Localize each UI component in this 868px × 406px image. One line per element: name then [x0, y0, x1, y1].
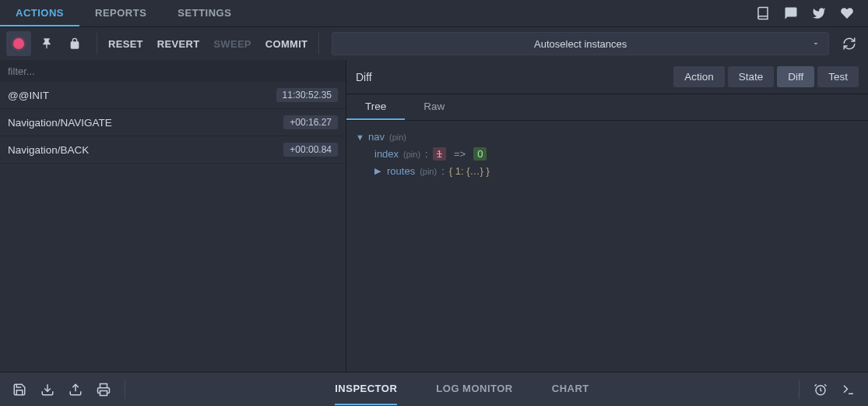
top-nav: ACTIONS REPORTS SETTINGS [0, 0, 868, 27]
bottom-left [0, 380, 138, 399]
record-dot-icon [13, 38, 24, 49]
instance-selector[interactable]: Autoselect instances [332, 32, 829, 55]
toolbar-actions: RESET REVERT SWEEP COMMIT [100, 38, 315, 50]
tree-row-nav[interactable]: ▼ nav (pin) [356, 129, 859, 145]
tab-actions[interactable]: ACTIONS [0, 0, 79, 26]
top-icons [756, 6, 868, 20]
download-icon[interactable] [40, 383, 54, 397]
view-diff-button[interactable]: Diff [777, 66, 814, 87]
instance-selected-label: Autoselect instances [534, 38, 627, 50]
diff-panel: Diff Action State Diff Test Tree Raw ▼ n… [346, 60, 868, 372]
tree-key: routes [387, 165, 415, 177]
action-time: +00:00.84 [283, 143, 338, 157]
action-name: @@INIT [8, 90, 49, 101]
print-icon[interactable] [97, 383, 111, 397]
bottom-divider-2 [799, 380, 799, 399]
pin-label[interactable]: (pin) [420, 167, 437, 176]
tree-arrow-right-icon: ▶ [374, 166, 382, 176]
commit-button[interactable]: COMMIT [265, 38, 308, 50]
tree-row-index[interactable]: index (pin): 1 => 0 [356, 145, 859, 163]
lock-button[interactable] [62, 31, 87, 56]
action-time: +00:16.27 [283, 115, 338, 129]
main-tabs: ACTIONS REPORTS SETTINGS [0, 0, 247, 26]
colon: : [441, 165, 445, 177]
view-buttons: Action State Diff Test [673, 66, 859, 87]
tab-settings[interactable]: SETTINGS [162, 0, 247, 26]
panel-title: Diff [356, 71, 372, 83]
diff-header: Diff Action State Diff Test [346, 60, 868, 94]
view-test-button[interactable]: Test [817, 66, 859, 87]
main-content: @@INIT 11:30:52.35 Navigation/NAVIGATE +… [0, 60, 868, 372]
sweep-button[interactable]: SWEEP [213, 38, 251, 50]
bottom-tab-inspector[interactable]: INSPECTOR [335, 373, 397, 405]
action-item[interactable]: Navigation/BACK +00:00.84 [0, 136, 346, 164]
action-time: 11:30:52.35 [276, 88, 338, 102]
pin-label[interactable]: (pin) [389, 132, 406, 142]
tree-row-routes[interactable]: ▶ routes (pin): { 1: {…} } [356, 163, 859, 179]
timer-icon[interactable] [814, 383, 828, 397]
record-button[interactable] [6, 31, 31, 56]
console-icon[interactable] [842, 383, 856, 397]
action-item[interactable]: @@INIT 11:30:52.35 [0, 82, 346, 109]
bottom-bar: INSPECTOR LOG MONITOR CHART [0, 372, 868, 406]
diff-old-value: 1 [433, 147, 446, 161]
bottom-tab-chart[interactable]: CHART [552, 373, 589, 405]
action-item[interactable]: Navigation/NAVIGATE +00:16.27 [0, 109, 346, 136]
heart-icon[interactable] [840, 6, 854, 20]
twitter-icon[interactable] [812, 6, 826, 20]
action-name: Navigation/BACK [8, 144, 89, 156]
filter-input[interactable] [0, 60, 346, 82]
reset-button[interactable]: RESET [108, 38, 143, 50]
svg-rect-2 [100, 390, 107, 395]
revert-button[interactable]: REVERT [157, 38, 200, 50]
view-state-button[interactable]: State [728, 66, 775, 87]
diff-new-value: 0 [473, 147, 487, 161]
pin-label[interactable]: (pin) [403, 150, 420, 159]
action-name: Navigation/NAVIGATE [8, 117, 112, 129]
toolbar-divider [97, 33, 97, 55]
save-icon[interactable] [12, 383, 26, 397]
sub-tabs: Tree Raw [346, 94, 868, 121]
pin-button[interactable] [34, 31, 59, 56]
tab-reports[interactable]: REPORTS [79, 0, 162, 26]
toolbar-divider-2 [318, 33, 319, 55]
tree-arrow-down-icon: ▼ [356, 132, 364, 142]
docs-icon[interactable] [756, 6, 770, 20]
bottom-divider [125, 380, 125, 399]
chat-icon[interactable] [784, 6, 798, 20]
bottom-tabs: INSPECTOR LOG MONITOR CHART [335, 373, 589, 405]
view-action-button[interactable]: Action [673, 66, 725, 87]
diff-arrow-icon: => [454, 148, 466, 160]
tree-content: ▼ nav (pin) index (pin): 1 => 0 ▶ routes… [346, 121, 868, 372]
action-list: @@INIT 11:30:52.35 Navigation/NAVIGATE +… [0, 82, 346, 372]
subtab-raw[interactable]: Raw [405, 94, 463, 120]
tree-key: nav [368, 131, 385, 143]
toolbar-left [0, 31, 93, 56]
upload-icon[interactable] [69, 383, 83, 397]
actions-panel: @@INIT 11:30:52.35 Navigation/NAVIGATE +… [0, 60, 346, 372]
tree-preview: { 1: {…} } [449, 165, 490, 177]
tree-key: index [374, 148, 399, 160]
chevron-down-icon [811, 39, 821, 48]
bottom-tab-log-monitor[interactable]: LOG MONITOR [436, 373, 512, 405]
bottom-right [786, 380, 868, 399]
subtab-tree[interactable]: Tree [346, 94, 405, 120]
toolbar: RESET REVERT SWEEP COMMIT Autoselect ins… [0, 27, 868, 60]
sync-button[interactable] [838, 33, 860, 55]
colon: : [425, 148, 428, 160]
